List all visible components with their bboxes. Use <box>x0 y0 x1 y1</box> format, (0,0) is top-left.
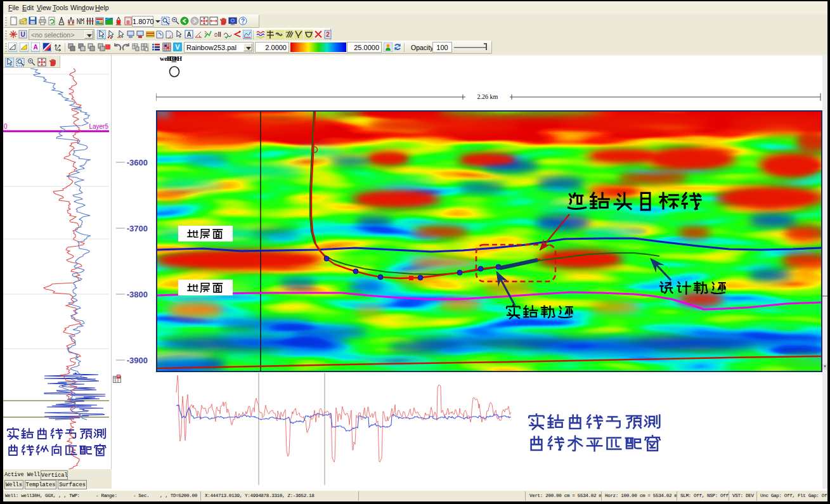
svg-text:2.26 km: 2.26 km <box>477 93 498 100</box>
svg-text:0: 0 <box>214 32 217 38</box>
svg-text:U: U <box>20 31 25 38</box>
svg-text:-3800: -3800 <box>127 290 148 299</box>
svg-text:Layer5: Layer5 <box>89 123 108 130</box>
svg-text:2: 2 <box>326 31 330 38</box>
svg-text:V: V <box>175 43 180 51</box>
svg-text:A: A <box>33 44 37 51</box>
svg-text:-3900: -3900 <box>127 356 148 365</box>
svg-text:-3700: -3700 <box>127 224 148 233</box>
svg-text:A: A <box>186 31 191 38</box>
svg-text:?: ? <box>241 18 245 25</box>
svg-text:0: 0 <box>4 123 8 130</box>
svg-text:-3600: -3600 <box>127 158 148 167</box>
